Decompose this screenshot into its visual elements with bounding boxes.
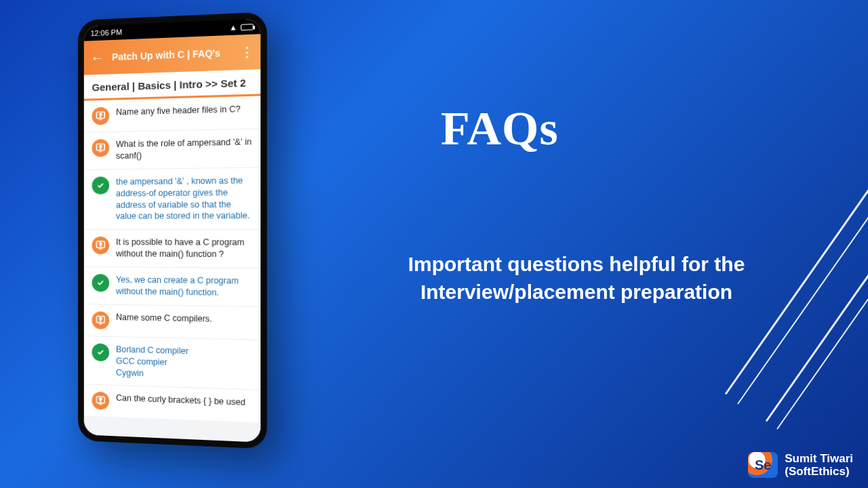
faq-question[interactable]: ?What is the role of ampersand '&' in sc… xyxy=(84,128,260,169)
item-text: Name some C compilers. xyxy=(116,312,212,325)
faq-question[interactable]: ?Name any five header files in C? xyxy=(84,96,260,132)
slide-title: FAQs xyxy=(441,102,559,156)
brand-subname: (SoftEthics) xyxy=(785,465,853,479)
svg-text:?: ? xyxy=(99,113,102,117)
question-icon: ? xyxy=(92,392,110,410)
overflow-icon[interactable]: ⋮ xyxy=(241,44,254,60)
faq-answer-list[interactable]: Borland C compiler GCC compier Cygwin xyxy=(84,336,260,390)
item-text: What is the role of ampersand '&' in sca… xyxy=(116,136,252,162)
item-text: Borland C compiler GCC compier Cygwin xyxy=(116,344,189,380)
item-text: Can the curly brackets { } be used xyxy=(116,392,245,409)
appbar-title: Patch Up with C | FAQ's xyxy=(112,47,220,62)
svg-text:?: ? xyxy=(99,317,102,321)
faq-answer[interactable]: Yes, we can create a C program without t… xyxy=(84,266,260,306)
phone-screen: 12:06 PM ▲ ← Patch Up with C | FAQ's ⋮ G… xyxy=(84,18,260,442)
item-text: Name any five header files in C? xyxy=(116,104,241,119)
back-icon[interactable]: ← xyxy=(91,51,104,65)
status-time: 12:06 PM xyxy=(91,28,122,37)
svg-text:?: ? xyxy=(99,397,102,402)
battery-icon xyxy=(241,24,254,30)
item-text: It is possible to have a C program witho… xyxy=(116,237,252,260)
brand-lockup: Se Sumit Tiwari (SoftEthics) xyxy=(748,452,853,479)
question-icon: ? xyxy=(92,139,110,157)
faq-list[interactable]: ?Name any five header files in C??What i… xyxy=(84,96,260,443)
item-text: the ampersand '&' , known as the address… xyxy=(116,175,252,222)
phone-frame: 12:06 PM ▲ ← Patch Up with C | FAQ's ⋮ G… xyxy=(78,12,267,449)
question-icon: ? xyxy=(92,107,110,125)
check-icon xyxy=(92,343,110,361)
question-icon: ? xyxy=(92,311,110,329)
status-icons: ▲ xyxy=(229,22,253,32)
check-icon xyxy=(92,274,110,291)
slide-subtitle: Important questions helpful for the Inte… xyxy=(319,251,834,306)
svg-text:?: ? xyxy=(99,144,102,149)
signal-icon: ▲ xyxy=(229,23,237,32)
slide-stage: FAQs Important questions helpful for the… xyxy=(0,0,868,488)
check-icon xyxy=(92,176,110,194)
brand-logo-icon: Se xyxy=(748,452,778,478)
item-text: Yes, we can create a C program without t… xyxy=(116,274,252,300)
question-icon: ? xyxy=(92,237,110,254)
faq-question[interactable]: ?It is possible to have a C program with… xyxy=(84,229,260,268)
brand-name: Sumit Tiwari xyxy=(785,452,853,466)
app-bar: ← Patch Up with C | FAQ's ⋮ xyxy=(84,34,260,75)
phone-mockup: 12:06 PM ▲ ← Patch Up with C | FAQ's ⋮ G… xyxy=(78,12,267,449)
faq-answer[interactable]: the ampersand '&' , known as the address… xyxy=(84,167,260,229)
faq-question[interactable]: ?Name some C compilers. xyxy=(84,304,260,340)
svg-text:?: ? xyxy=(99,242,102,247)
brand-text: Sumit Tiwari (SoftEthics) xyxy=(785,452,853,479)
faq-question[interactable]: ?Can the curly brackets { } be used xyxy=(84,384,260,423)
